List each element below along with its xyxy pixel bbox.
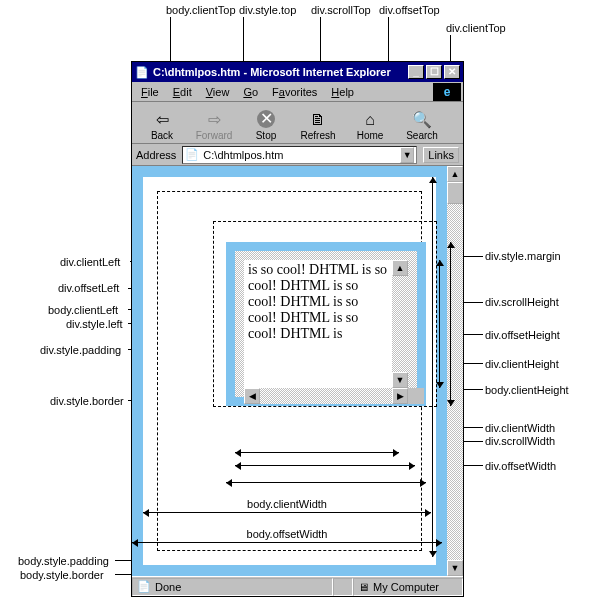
body-border: is so cool! DHTML is so cool! DHTML is s… [132, 166, 447, 576]
dim-label: body.clientWidth [245, 498, 329, 510]
label-div-scrollTop: div.scrollTop [311, 4, 371, 16]
ie-window: 📄 C:\dhtmlpos.htm - Microsoft Internet E… [131, 61, 464, 597]
window-title: C:\dhtmlpos.htm - Microsoft Internet Exp… [153, 66, 391, 78]
dim-div-scrollWidth [235, 465, 415, 466]
label-div-style-border: div.style.border [50, 395, 124, 407]
div-scroll-area: is so cool! DHTML is so cool! DHTML is s… [244, 260, 408, 388]
status-sep [333, 578, 353, 596]
label-div-offsetWidth: div.offsetWidth [485, 460, 556, 472]
address-label: Address [136, 149, 176, 161]
scroll-down-icon[interactable]: ▼ [447, 560, 463, 576]
diagram-stage: body.clientTop div.style.top div.scrollT… [0, 0, 609, 602]
done-icon: 📄 [137, 580, 151, 593]
label-body-style-border: body.style.border [20, 569, 104, 581]
dim-body-offsetWidth: body.offsetWidth [132, 542, 442, 543]
label-div-style-top: div.style.top [239, 4, 296, 16]
dim-label: body.offsetWidth [245, 528, 330, 540]
scroll-down-icon[interactable]: ▼ [392, 372, 408, 388]
toolbar: ⇦Back ⇨Forward ✕Stop 🗎Refresh ⌂Home 🔍Sea… [132, 102, 463, 144]
titlebar[interactable]: 📄 C:\dhtmlpos.htm - Microsoft Internet E… [132, 62, 463, 82]
status-main: 📄 Done [132, 578, 333, 596]
menu-file[interactable]: FFileile [134, 83, 166, 101]
dim-body-clientHeight [432, 177, 433, 557]
address-dropdown[interactable]: ▼ [400, 147, 414, 163]
label-div-clientWidth: div.clientWidth [485, 422, 555, 434]
label-div-clientLeft: div.clientLeft [60, 256, 120, 268]
div-content: is so cool! DHTML is so cool! DHTML is s… [244, 260, 392, 388]
label-div-style-left: div.style.left [66, 318, 123, 330]
stop-button[interactable]: ✕Stop [240, 110, 292, 141]
computer-icon: 🖥 [358, 581, 369, 593]
menu-favorites[interactable]: Favorites [265, 83, 324, 101]
stop-icon: ✕ [257, 110, 275, 128]
content-area: is so cool! DHTML is so cool! DHTML is s… [132, 166, 463, 576]
scroll-left-icon[interactable]: ◀ [244, 388, 260, 404]
close-button[interactable]: ✕ [444, 65, 460, 79]
menu-view[interactable]: View [199, 83, 237, 101]
label-body-style-padding: body.style.padding [18, 555, 109, 567]
div-hscrollbar[interactable]: ◀ ▶ [244, 388, 408, 404]
leader [450, 35, 451, 61]
label-div-scrollHeight: div.scrollHeight [485, 296, 559, 308]
label-div-offsetHeight: div.offsetHeight [485, 329, 560, 341]
menu-edit[interactable]: Edit [166, 83, 199, 101]
back-button[interactable]: ⇦Back [136, 112, 188, 141]
scroll-right-icon[interactable]: ▶ [392, 388, 408, 404]
search-icon: 🔍 [412, 112, 432, 128]
status-bar: 📄 Done 🖥 My Computer [132, 576, 463, 596]
scroll-track[interactable] [392, 276, 408, 372]
scroll-up-icon[interactable]: ▲ [392, 260, 408, 276]
refresh-button[interactable]: 🗎Refresh [292, 112, 344, 141]
maximize-button[interactable]: ☐ [426, 65, 442, 79]
search-button[interactable]: 🔍Search [396, 112, 448, 141]
label-div-offsetLeft: div.offsetLeft [58, 282, 119, 294]
div-element: is so cool! DHTML is so cool! DHTML is s… [226, 242, 426, 406]
zone-text: My Computer [373, 581, 439, 593]
label-div-offsetTop: div.offsetTop [379, 4, 440, 16]
scroll-thumb[interactable] [447, 182, 463, 204]
div-vscrollbar[interactable]: ▲ ▼ [392, 260, 408, 388]
dim-div-offsetHeight [450, 242, 451, 406]
address-input[interactable]: 📄 C:\dhtmlpos.htm ▼ [182, 146, 417, 164]
ie-logo-icon: e [433, 83, 461, 101]
menu-help[interactable]: Help [324, 83, 361, 101]
address-value: C:\dhtmlpos.htm [203, 149, 283, 161]
links-button[interactable]: Links [423, 147, 459, 163]
dim-div-offsetWidth [226, 482, 426, 483]
label-body-clientLeft: body.clientLeft [48, 304, 118, 316]
label-body-clientTop: body.clientTop [166, 4, 236, 16]
label-div-scrollWidth: div.scrollWidth [485, 435, 555, 447]
status-zone: 🖥 My Computer [353, 578, 463, 596]
home-button[interactable]: ⌂Home [344, 112, 396, 141]
label-body-clientHeight: body.clientHeight [485, 384, 569, 396]
forward-button[interactable]: ⇨Forward [188, 112, 240, 141]
refresh-icon: 🗎 [310, 112, 326, 128]
scroll-track-h[interactable] [260, 388, 392, 404]
address-bar: Address 📄 C:\dhtmlpos.htm ▼ Links [132, 144, 463, 166]
dim-body-clientWidth: body.clientWidth [143, 512, 431, 513]
dim-div-clientWidth [235, 452, 399, 453]
label-div-clientTop: div.clientTop [446, 22, 506, 34]
minimize-button[interactable]: _ [408, 65, 424, 79]
ie-page-icon: 📄 [135, 65, 149, 79]
home-icon: ⌂ [365, 112, 375, 128]
scroll-corner [408, 388, 424, 404]
label-div-style-padding: div.style.padding [40, 344, 121, 356]
menu-go[interactable]: Go [236, 83, 265, 101]
dim-div-clientHeight [439, 260, 440, 388]
label-div-clientHeight: div.clientHeight [485, 358, 559, 370]
status-text: Done [155, 581, 181, 593]
back-icon: ⇦ [156, 112, 169, 128]
menu-bar: FFileile Edit View Go Favorites Help e [132, 82, 463, 102]
forward-icon: ⇨ [208, 112, 221, 128]
page-icon: 📄 [185, 148, 199, 161]
label-div-style-margin: div.style.margin [485, 250, 561, 262]
scroll-up-icon[interactable]: ▲ [447, 166, 463, 182]
body-client: is so cool! DHTML is so cool! DHTML is s… [143, 177, 436, 565]
